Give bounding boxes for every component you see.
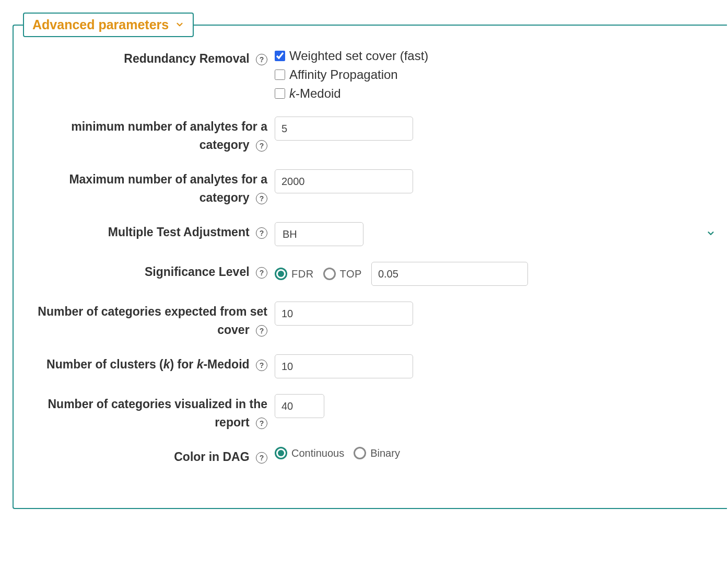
radio-fdr[interactable]: FDR xyxy=(275,268,314,280)
help-icon[interactable]: ? xyxy=(256,54,267,65)
row-setcover-count: Number of categories expected from set c… xyxy=(19,300,722,339)
form-body: Redundancy Removal ? Weighted set cover … xyxy=(14,37,727,482)
radio-dot-off-icon xyxy=(323,268,336,280)
radio-fdr-label: FDR xyxy=(291,268,314,280)
checkbox-weighted-set-cover-input[interactable] xyxy=(275,51,285,61)
radio-dot-on-icon xyxy=(275,268,287,280)
field-multiple-test-adjustment: BH xyxy=(275,221,722,246)
multiple-test-adjustment-select[interactable]: BH xyxy=(275,222,722,246)
radio-binary-label: Binary xyxy=(370,447,400,459)
field-setcover-count xyxy=(275,300,722,326)
help-icon[interactable]: ? xyxy=(256,140,267,152)
radio-dot-off-icon xyxy=(354,447,366,459)
label-max-analytes: Maximum number of analytes for a categor… xyxy=(19,168,275,206)
radio-dot-on-icon xyxy=(275,447,287,459)
help-icon[interactable]: ? xyxy=(256,267,267,279)
row-min-analytes: minimum number of analytes for a categor… xyxy=(19,115,722,154)
multiple-test-adjustment-value: BH xyxy=(275,222,363,246)
label-setcover-count: Number of categories expected from set c… xyxy=(19,300,275,339)
advanced-parameters-toggle[interactable]: Advanced parameters xyxy=(23,13,194,37)
label-kmedoid-k: Number of clusters (k) for k-Medoid ? xyxy=(19,353,275,374)
checkbox-k-medoid-label: k-Medoid xyxy=(289,86,341,101)
checkbox-affinity-propagation[interactable]: Affinity Propagation xyxy=(275,67,722,82)
radio-top[interactable]: TOP xyxy=(323,268,362,280)
advanced-parameters-panel: Advanced parameters Redundancy Removal ?… xyxy=(13,13,727,509)
max-analytes-input[interactable] xyxy=(275,169,413,193)
field-kmedoid-k xyxy=(275,353,722,378)
field-color-in-dag: Continuous Binary xyxy=(275,446,722,459)
label-significance-level: Significance Level ? xyxy=(19,261,275,281)
kmedoid-k-input[interactable] xyxy=(275,354,413,378)
label-color-in-dag: Color in DAG ? xyxy=(19,446,275,466)
help-icon[interactable]: ? xyxy=(256,325,267,337)
radio-top-label: TOP xyxy=(340,268,362,280)
field-redundancy-removal: Weighted set cover (fast) Affinity Propa… xyxy=(275,48,722,101)
help-icon[interactable]: ? xyxy=(256,418,267,429)
field-significance-level: FDR TOP xyxy=(275,261,722,286)
help-icon[interactable]: ? xyxy=(256,360,267,371)
viz-count-input[interactable] xyxy=(275,394,324,418)
chevron-down-icon xyxy=(706,227,715,241)
row-significance-level: Significance Level ? FDR TOP xyxy=(19,261,722,286)
checkbox-affinity-propagation-label: Affinity Propagation xyxy=(289,67,398,82)
label-min-analytes: minimum number of analytes for a categor… xyxy=(19,115,275,154)
help-icon[interactable]: ? xyxy=(256,193,267,204)
row-kmedoid-k: Number of clusters (k) for k-Medoid ? xyxy=(19,353,722,378)
checkbox-affinity-propagation-input[interactable] xyxy=(275,70,285,80)
checkbox-k-medoid-input[interactable] xyxy=(275,88,285,99)
checkbox-weighted-set-cover[interactable]: Weighted set cover (fast) xyxy=(275,49,722,63)
help-icon[interactable]: ? xyxy=(256,452,267,464)
label-viz-count: Number of categories visualized in the r… xyxy=(19,393,275,431)
radio-continuous[interactable]: Continuous xyxy=(275,447,344,459)
row-redundancy-removal: Redundancy Removal ? Weighted set cover … xyxy=(19,48,722,101)
radio-continuous-label: Continuous xyxy=(291,447,344,459)
field-max-analytes xyxy=(275,168,722,193)
radio-binary[interactable]: Binary xyxy=(354,447,400,459)
setcover-count-input[interactable] xyxy=(275,302,413,326)
row-multiple-test-adjustment: Multiple Test Adjustment ? BH xyxy=(19,221,722,246)
field-viz-count xyxy=(275,393,722,418)
help-icon[interactable]: ? xyxy=(256,227,267,239)
label-multiple-test-adjustment: Multiple Test Adjustment ? xyxy=(19,221,275,241)
checkbox-k-medoid[interactable]: k-Medoid xyxy=(275,86,722,101)
panel-title: Advanced parameters xyxy=(32,17,169,32)
field-min-analytes xyxy=(275,115,722,141)
row-color-in-dag: Color in DAG ? Continuous Binary xyxy=(19,446,722,466)
label-redundancy-removal: Redundancy Removal ? xyxy=(19,48,275,68)
checkbox-weighted-set-cover-label: Weighted set cover (fast) xyxy=(289,49,428,63)
row-max-analytes: Maximum number of analytes for a categor… xyxy=(19,168,722,206)
chevron-down-icon xyxy=(175,17,184,32)
row-viz-count: Number of categories visualized in the r… xyxy=(19,393,722,431)
min-analytes-input[interactable] xyxy=(275,117,413,141)
significance-level-input[interactable] xyxy=(371,262,528,286)
